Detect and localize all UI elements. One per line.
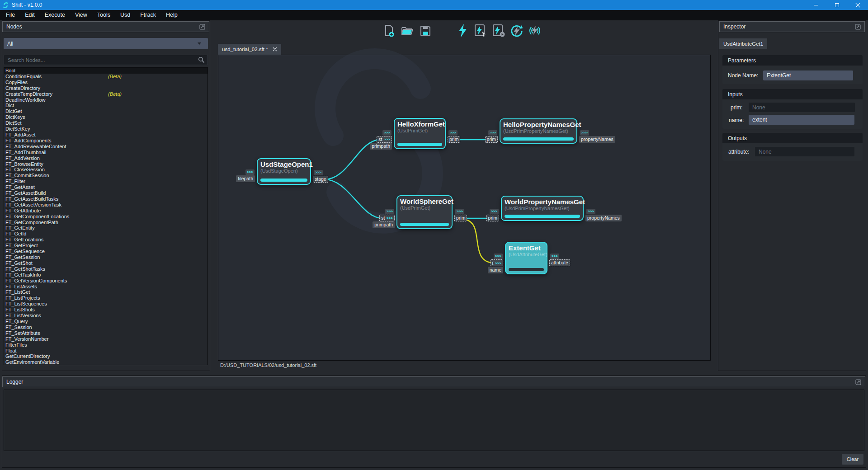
node-list-item[interactable]: FT_GetComponentLocations [4, 214, 208, 220]
port-primpath[interactable]: primpath [370, 143, 392, 150]
node-list-item[interactable]: FT_GetAttribute [4, 208, 208, 214]
graph-node-HelloXformGet[interactable]: HelloXformGet(UsdPrimGet) [394, 118, 446, 149]
node-list-item[interactable]: FT_BrowseEntity [4, 161, 208, 167]
execute-refresh-icon[interactable] [510, 23, 524, 38]
port-propertyNames[interactable]: propertyNames [585, 215, 622, 221]
graph-node-HelloPropertyNamesGet[interactable]: HelloPropertyNamesGet(UsdPrimPropertyNam… [500, 118, 577, 144]
menu-item-edit[interactable]: Edit [20, 10, 40, 20]
node-list-item[interactable]: FT_GetShotTasks [4, 266, 208, 272]
node-list-item[interactable]: FT_ListSequences [4, 301, 208, 307]
node-list-item[interactable]: DictKeys [4, 114, 208, 120]
node-list-item[interactable]: GetEnvironmentVariable [4, 359, 208, 365]
node-list-item[interactable]: FT_SetAttribute [4, 330, 208, 336]
node-category-dropdown[interactable]: All [4, 38, 208, 49]
node-list-item[interactable]: FT_GetAssetBuildTasks [4, 196, 208, 202]
tab-close-icon[interactable] [273, 47, 277, 52]
node-list-item[interactable]: GetCurrentDirectory [4, 353, 208, 359]
name-field[interactable]: extent [749, 115, 854, 125]
float-panel-icon[interactable] [855, 24, 861, 30]
port-prim[interactable]: prim [485, 136, 498, 143]
node-list-item[interactable]: DictSet [4, 120, 208, 126]
selected-node-tab[interactable]: UsdAttributeGet1 [719, 38, 767, 49]
node-list-item[interactable]: FT_ListGet [4, 289, 208, 295]
node-list-item[interactable]: FT_GetAssetBuild [4, 190, 208, 196]
port-primpath[interactable]: primpath [373, 221, 395, 228]
node-list-item[interactable]: FT_ListVersions [4, 313, 208, 319]
close-button[interactable] [847, 0, 868, 10]
node-list-item[interactable]: FT_AddAsset [4, 132, 208, 138]
port-stage[interactable]: stage [313, 176, 328, 183]
port-attribute[interactable]: attribute [549, 259, 570, 266]
node-list-item[interactable]: FT_Session [4, 324, 208, 330]
node-list-item[interactable]: FT_GetComponentPath [4, 220, 208, 226]
node-list-item[interactable]: FT_ListProjects [4, 295, 208, 301]
node-list-item[interactable]: DeadlineWorkflow [4, 97, 208, 103]
float-panel-icon[interactable] [199, 24, 205, 30]
node-list-item[interactable]: FT_AddVersion [4, 155, 208, 161]
node-graph-canvas[interactable] [218, 55, 711, 361]
node-list-item[interactable]: Float [4, 348, 208, 354]
menu-item-help[interactable]: Help [161, 10, 183, 20]
execute-from-node-icon[interactable] [492, 23, 505, 38]
node-list-item[interactable]: FT_GetSession [4, 254, 208, 260]
menu-item-view[interactable]: View [70, 10, 92, 20]
graph-node-UsdStageOpen1[interactable]: UsdStageOpen1(UsdStageOpen) [257, 158, 311, 185]
execute-selected-icon[interactable] [474, 23, 487, 38]
node-list-item[interactable]: FT_GetId [4, 231, 208, 237]
node-name-field[interactable]: ExtentGet [763, 70, 853, 80]
menu-item-ftrack[interactable]: Ftrack [135, 10, 161, 20]
node-list-item[interactable]: FT_CloseSession [4, 167, 208, 173]
node-list-item[interactable]: Dict [4, 103, 208, 108]
clear-logger-button[interactable]: Clear [842, 454, 863, 465]
node-list-item[interactable]: FT_AddReviewableContent [4, 144, 208, 150]
node-list-item[interactable]: CopyFiles [4, 80, 208, 85]
port-propertyNames[interactable]: propertyNames [579, 136, 615, 143]
port-prim[interactable]: prim [486, 215, 499, 221]
graph-node-WorldSphereGet[interactable]: WorldSphereGet(UsdPrimGet) [396, 195, 453, 229]
menu-item-usd[interactable]: Usd [115, 10, 135, 20]
node-list-item[interactable]: FT_GetShot [4, 260, 208, 266]
maximize-button[interactable] [826, 0, 847, 10]
menu-item-file[interactable]: File [1, 10, 20, 20]
node-list-item[interactable]: FT_GetSequence [4, 249, 208, 254]
node-list-item[interactable]: FT_GetTaskInfo [4, 272, 208, 278]
node-list-item[interactable]: FT_GetProject [4, 243, 208, 249]
node-list-item[interactable]: FT_ListAssets [4, 284, 208, 290]
node-list-item[interactable]: FT_Filter [4, 179, 208, 184]
node-list-item[interactable]: FT_AddComponents [4, 138, 208, 144]
node-list-item[interactable]: FT_Query [4, 319, 208, 324]
node-list-item[interactable]: FT_ListShots [4, 307, 208, 313]
port-name[interactable]: name [488, 267, 503, 273]
graph-node-WorldPropertyNamesGet[interactable]: WorldPropertyNamesGet(UsdPrimPropertyNam… [501, 196, 584, 221]
node-list-item[interactable]: DictSetKey [4, 126, 208, 132]
open-file-icon[interactable] [401, 23, 414, 38]
node-list-item[interactable]: ConditionEquals(Beta) [4, 74, 208, 80]
node-list-item[interactable]: FT_GetAsset [4, 184, 208, 190]
node-list-item[interactable]: FT_GetAssetVersionTask [4, 202, 208, 208]
tab-usd-tutorial-02[interactable]: usd_tutorial_02.sft * [218, 44, 281, 55]
port-prim[interactable]: prim [454, 215, 467, 221]
node-list-item[interactable]: Bool [4, 68, 208, 74]
node-list-item[interactable]: DictGet [4, 108, 208, 114]
node-list-item[interactable]: FT_AddThumbnail [4, 150, 208, 155]
node-list-item[interactable]: FT_GetLocations [4, 237, 208, 243]
port-filepath[interactable]: filepath [236, 175, 255, 182]
execute-live-icon[interactable] [528, 23, 542, 38]
node-list-item[interactable]: FT_VersionNumber [4, 336, 208, 342]
node-list-item[interactable]: FT_CommitSession [4, 173, 208, 179]
execute-icon[interactable] [456, 23, 469, 38]
node-list-item[interactable]: CreateDirectory [4, 85, 208, 91]
node-list-item[interactable]: CreateTempDirectory(Beta) [4, 91, 208, 97]
node-list-item[interactable]: FT_GetVersionComponents [4, 278, 208, 284]
new-file-icon[interactable] [382, 23, 396, 38]
menu-item-execute[interactable]: Execute [40, 10, 70, 20]
search-input[interactable] [4, 55, 208, 65]
save-file-icon[interactable] [419, 23, 432, 38]
menu-item-tools[interactable]: Tools [92, 10, 115, 20]
node-list-item[interactable]: FilterFiles [4, 342, 208, 348]
minimize-button[interactable] [806, 0, 826, 10]
graph-node-ExtentGet[interactable]: ExtentGet(UsdAttributeGet) [505, 242, 547, 274]
node-list-item[interactable]: FT_GetEntity [4, 225, 208, 231]
port-prim[interactable]: prim [448, 136, 460, 143]
float-panel-icon[interactable] [855, 379, 861, 385]
